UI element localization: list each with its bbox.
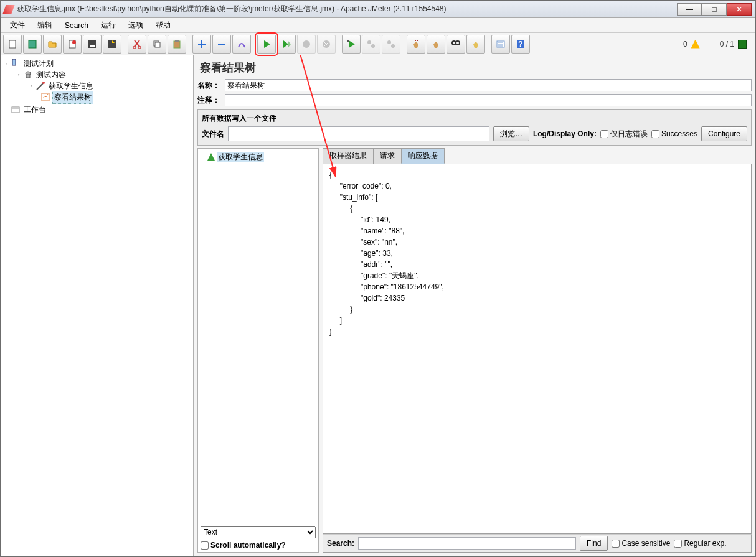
help-button[interactable]: ? <box>511 35 530 54</box>
svg-rect-1 <box>29 40 36 48</box>
svg-point-3 <box>72 40 76 44</box>
function-helper-button[interactable] <box>491 35 510 54</box>
errors-only-checkbox[interactable]: 仅日志错误 <box>600 129 648 139</box>
warn-count: 0 <box>683 40 687 49</box>
filename-label: 文件名 <box>202 129 224 139</box>
paste-button[interactable] <box>168 35 186 54</box>
new-button[interactable] <box>3 35 22 54</box>
tab-request[interactable]: 请求 <box>373 148 402 164</box>
search-bar: Search: Find Case sensitive Regular exp. <box>323 534 752 553</box>
reset-search-button[interactable] <box>466 35 485 54</box>
testplan-icon <box>11 59 21 68</box>
clear-button[interactable] <box>407 35 425 54</box>
successes-checkbox[interactable]: Successes <box>651 129 697 138</box>
warning-icon <box>691 40 700 49</box>
menu-search[interactable]: Search <box>59 19 95 32</box>
close-file-button[interactable] <box>63 35 82 54</box>
save-button[interactable] <box>83 35 102 54</box>
clear-all-button[interactable] <box>427 35 445 54</box>
tree-threadgroup[interactable]: 测试内容 <box>35 69 67 81</box>
remote-stop-button[interactable] <box>362 35 380 54</box>
tree-toggle-icon[interactable]: ◦ <box>3 60 9 67</box>
tab-sampler-result[interactable]: 取样器结果 <box>323 148 374 164</box>
comment-input[interactable] <box>225 94 752 106</box>
tree-toggle-icon[interactable]: ◦ <box>16 72 22 78</box>
svg-rect-26 <box>14 65 14 68</box>
tree-toggle-icon[interactable]: ◦ <box>28 83 34 89</box>
window-controls: — □ ✕ <box>677 3 752 16</box>
expand-button[interactable] <box>192 35 211 54</box>
svg-rect-10 <box>155 42 160 47</box>
remote-start-button[interactable] <box>342 35 361 54</box>
success-icon <box>207 153 215 161</box>
case-sensitive-checkbox[interactable]: Case sensitive <box>612 539 670 548</box>
browse-button[interactable]: 浏览… <box>493 126 529 141</box>
svg-point-13 <box>303 40 310 48</box>
name-input[interactable] <box>225 79 752 91</box>
tree-workbench[interactable]: 工作台 <box>22 104 47 116</box>
sample-result-label: 获取学生信息 <box>217 152 264 162</box>
samples-tree: ─ 获取学生信息 Text Scroll automatically? <box>197 148 319 553</box>
search-label: Search: <box>327 539 354 548</box>
toolbar-status: 0 0 / 1 <box>683 40 753 49</box>
tree-root[interactable]: 测试计划 <box>22 58 55 70</box>
sample-result-item[interactable]: ─ 获取学生信息 <box>201 151 316 162</box>
threadgroup-icon <box>23 70 33 80</box>
save-as-button[interactable] <box>103 35 121 54</box>
main-pane: 察看结果树 名称： 注释： 所有数据写入一个文件 文件名 浏览… Log/Dis… <box>194 55 755 556</box>
log-display-label: Log/Display Only: <box>533 129 597 138</box>
tree-pane[interactable]: ◦ 测试计划 ◦ 测试内容 ◦ 获取学生信息 察看结果树 ◦ 工作台 <box>1 55 194 556</box>
title-bar: 获取学生信息.jmx (E:\besttest\python\python自动化… <box>1 1 755 18</box>
content-area: ◦ 测试计划 ◦ 测试内容 ◦ 获取学生信息 察看结果树 ◦ 工作台 <box>1 55 755 556</box>
start-no-pause-button[interactable] <box>277 35 296 54</box>
sampler-icon <box>35 81 45 91</box>
menu-options[interactable]: 选项 <box>122 18 149 32</box>
result-tabs: 取样器结果 请求 响应数据 <box>323 148 752 164</box>
start-button[interactable] <box>257 35 276 54</box>
remote-shutdown-button[interactable] <box>382 35 400 54</box>
svg-rect-0 <box>9 40 16 48</box>
write-results-panel: 所有数据写入一个文件 文件名 浏览… Log/Display Only: 仅日志… <box>197 109 752 146</box>
templates-button[interactable] <box>23 35 42 54</box>
svg-point-29 <box>42 82 45 84</box>
close-button[interactable]: ✕ <box>727 3 752 16</box>
name-label: 名称： <box>197 80 222 91</box>
svg-rect-25 <box>12 59 16 65</box>
thread-count: 0 / 1 <box>720 40 734 49</box>
shutdown-button[interactable] <box>317 35 336 54</box>
svg-point-16 <box>367 40 371 44</box>
find-button[interactable]: Find <box>580 536 608 551</box>
menu-bar: 文件 编辑 Search 运行 选项 帮助 <box>1 18 755 33</box>
minimize-button[interactable]: — <box>677 3 702 16</box>
tab-response-data[interactable]: 响应数据 <box>401 148 445 164</box>
svg-text:?: ? <box>518 40 522 49</box>
cut-button[interactable] <box>128 35 146 54</box>
menu-edit[interactable]: 编辑 <box>31 18 59 32</box>
collapse-button[interactable] <box>212 35 231 54</box>
search-toolbar-button[interactable] <box>447 35 465 54</box>
svg-rect-28 <box>26 75 30 78</box>
scroll-auto-checkbox[interactable]: Scroll automatically? <box>201 541 316 550</box>
copy-button[interactable] <box>148 35 166 54</box>
svg-point-17 <box>371 44 375 48</box>
svg-rect-32 <box>12 107 19 109</box>
stop-button[interactable] <box>297 35 316 54</box>
filename-input[interactable] <box>228 126 489 141</box>
menu-help[interactable]: 帮助 <box>149 18 177 32</box>
maximize-button[interactable]: □ <box>702 3 727 16</box>
svg-point-19 <box>391 44 395 48</box>
workbench-icon <box>11 105 21 115</box>
search-input[interactable] <box>358 537 576 550</box>
menu-file[interactable]: 文件 <box>4 18 31 32</box>
menu-run[interactable]: 运行 <box>95 18 122 32</box>
open-button[interactable] <box>43 35 62 54</box>
renderer-select[interactable]: Text <box>201 526 316 538</box>
regex-checkbox[interactable]: Regular exp. <box>674 539 726 548</box>
toggle-button[interactable] <box>232 35 251 54</box>
tree-listener[interactable]: 察看结果树 <box>52 91 93 104</box>
app-window: 获取学生信息.jmx (E:\besttest\python\python自动化… <box>0 0 756 557</box>
svg-rect-12 <box>175 40 179 42</box>
response-body[interactable]: { "error_code": 0, "stu_info": [ { "id":… <box>323 164 752 534</box>
svg-rect-5 <box>90 45 95 47</box>
configure-button[interactable]: Configure <box>701 126 747 141</box>
